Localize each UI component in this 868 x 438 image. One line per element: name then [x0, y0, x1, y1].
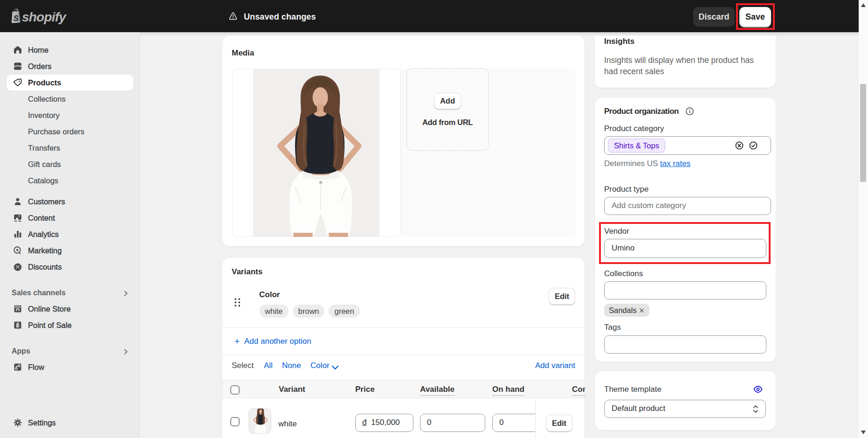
svg-text:shopify: shopify — [22, 10, 67, 24]
svg-text:S: S — [14, 14, 19, 22]
svg-text:s: s — [17, 324, 19, 327]
